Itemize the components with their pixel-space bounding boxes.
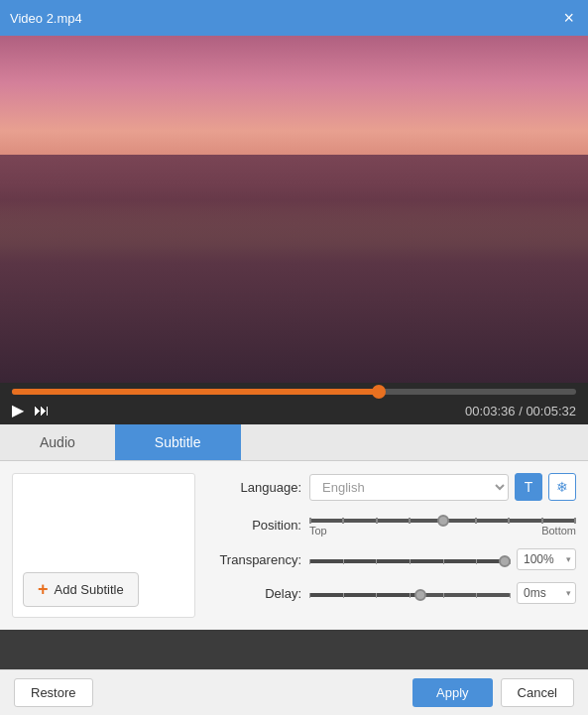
progress-fill [12, 389, 379, 395]
snowflake-icon: ❄ [556, 479, 568, 495]
title-bar: Video 2.mp4 × [0, 0, 588, 36]
position-row: Position: [207, 513, 576, 536]
subtitle-list-panel: + Add Subtitle [12, 473, 195, 618]
delay-control: 0ms 100ms 200ms 500ms ▾ [309, 582, 576, 604]
transparency-select[interactable]: 100% 75% 50% 25% 0% [518, 549, 575, 569]
video-watermark: Aiseesoft Video Editor [471, 366, 578, 378]
add-subtitle-label: Add Subtitle [55, 582, 124, 597]
position-right-label: Bottom [541, 525, 576, 536]
language-control: English French Spanish German T ❄ [309, 473, 576, 501]
bottom-bar: Restore Apply Cancel [0, 669, 588, 715]
transparency-slider-thumb[interactable] [499, 555, 511, 567]
tab-audio[interactable]: Audio [0, 424, 115, 460]
plus-icon: + [38, 579, 49, 600]
delay-select[interactable]: 0ms 100ms 200ms 500ms [518, 583, 575, 603]
language-row: Language: English French Spanish German … [207, 473, 576, 501]
cancel-button[interactable]: Cancel [501, 678, 574, 707]
position-control: Top Bottom [309, 513, 576, 536]
delay-slider-row: 0ms 100ms 200ms 500ms ▾ [309, 582, 576, 604]
playback-row: ▶ ⏭ 00:03:36 / 00:05:32 [12, 403, 576, 418]
right-buttons: Apply Cancel [412, 678, 574, 707]
progress-track[interactable] [12, 389, 576, 395]
time-display: 00:03:36 / 00:05:32 [465, 404, 576, 418]
transparency-value-box: 100% 75% 50% 25% 0% ▾ [517, 548, 576, 570]
text-style-button[interactable]: T [515, 473, 542, 501]
position-label: Position: [207, 518, 301, 533]
delay-value-box: 0ms 100ms 200ms 500ms ▾ [517, 582, 576, 604]
transparency-row: Transparency: [207, 548, 576, 570]
language-input-row: English French Spanish German T ❄ [309, 473, 576, 501]
apply-button[interactable]: Apply [412, 678, 493, 707]
main-content: + Add Subtitle Language: English French … [0, 461, 588, 630]
play-controls: ▶ ⏭ [12, 403, 50, 418]
position-slider-track[interactable] [309, 519, 576, 523]
time-total: 00:05:32 [526, 404, 576, 418]
time-current: 00:03:36 [465, 404, 516, 418]
progress-thumb[interactable] [372, 385, 386, 399]
effects-button[interactable]: ❄ [548, 473, 576, 501]
language-label: Language: [207, 480, 301, 495]
close-button[interactable]: × [559, 7, 578, 29]
video-preview: Aiseesoft Video Editor [0, 36, 588, 383]
transparency-slider-row: 100% 75% 50% 25% 0% ▾ [309, 548, 576, 570]
transparency-label: Transparency: [207, 552, 301, 567]
mountains-layer [0, 155, 588, 383]
delay-slider-thumb[interactable] [414, 589, 426, 601]
text-icon: T [525, 479, 533, 495]
window-title: Video 2.mp4 [10, 11, 82, 26]
transparency-control: 100% 75% 50% 25% 0% ▾ [309, 548, 576, 570]
add-subtitle-button[interactable]: + Add Subtitle [23, 572, 139, 607]
language-select[interactable]: English French Spanish German [309, 474, 509, 501]
play-button[interactable]: ▶ [12, 403, 24, 418]
delay-slider-wrapper [309, 587, 511, 599]
tabs-row: Audio Subtitle [0, 424, 588, 461]
tab-subtitle[interactable]: Subtitle [115, 424, 241, 460]
transparency-slider-track[interactable] [309, 559, 511, 563]
settings-panel: Language: English French Spanish German … [207, 473, 576, 618]
delay-slider-track[interactable] [309, 593, 511, 597]
skip-button[interactable]: ⏭ [34, 403, 50, 418]
controls-bar: ▶ ⏭ 00:03:36 / 00:05:32 [0, 383, 588, 424]
transparency-slider-wrapper [309, 553, 511, 565]
position-slider-thumb[interactable] [437, 515, 449, 527]
restore-button[interactable]: Restore [14, 678, 93, 707]
delay-row: Delay: [207, 582, 576, 604]
position-left-label: Top [309, 525, 327, 536]
delay-label: Delay: [207, 586, 301, 601]
